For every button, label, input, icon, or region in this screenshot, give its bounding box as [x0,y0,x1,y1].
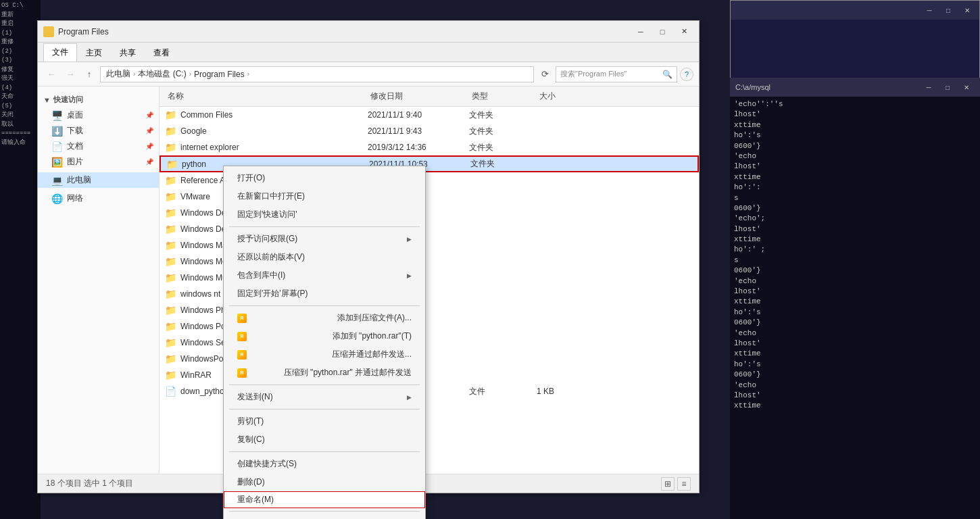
menu-item-open[interactable]: 打开(O) [224,169,425,187]
menu-item-copy[interactable]: 复制(C) [224,430,425,449]
forward-button[interactable]: → [62,66,78,82]
file-row[interactable]: 📁 Google 2021/11/1 9:43 文件夹 [160,123,699,139]
quick-access-section: ▼ 快速访问 🖥️ 桌面 📌 ⬇️ 下载 📌 📄 文档 📌 [38,92,159,170]
back-button[interactable]: ← [43,66,59,82]
help-button[interactable]: ? [680,68,693,81]
folder-icon: 📁 [165,305,176,316]
sidebar-item-downloads[interactable]: ⬇️ 下载 📌 [38,123,159,139]
sidebar-item-desktop[interactable]: 🖥️ 桌面 📌 [38,107,159,123]
up-button[interactable]: ↑ [81,66,97,82]
file-name-cell: 📁 Common Files [165,109,368,120]
folder-icon: 📁 [165,353,176,364]
rar-icon-1: R [237,314,247,323]
sidebar: ▼ 快速访问 🖥️ 桌面 📌 ⬇️ 下载 📌 📄 文档 📌 [38,86,160,474]
grid-view-button[interactable]: ⊞ [661,477,675,491]
folder-icon: 📁 [165,240,176,251]
address-bar: ← → ↑ 此电脑 › 本地磁盘 (C:) › Program Files › … [38,62,699,86]
refresh-button[interactable]: ⟳ [537,66,553,82]
second-minimize-button[interactable]: ─ [921,4,937,16]
tab-share[interactable]: 共享 [111,44,145,61]
quick-access-header[interactable]: ▼ 快速访问 [38,92,159,107]
cmd-line: lhost' [734,109,976,120]
path-sep-3: › [247,70,249,78]
menu-item-cut[interactable]: 剪切(T) [224,412,425,430]
menu-item-send-to[interactable]: 发送到(N) [224,388,425,406]
file-name: windows nt [180,289,220,299]
maximize-button[interactable]: □ [653,25,672,39]
file-name-python: python [182,159,206,169]
menu-item-add-python-rar[interactable]: R 添加到 "python.rar"(T) [224,327,425,345]
file-row[interactable]: 📁 Common Files 2021/11/1 9:40 文件夹 [160,107,699,123]
menu-item-add-archive[interactable]: R 添加到压缩文件(A)... [224,309,425,327]
menu-item-pin-start[interactable]: 固定到'开始'屏幕(P) [224,285,425,303]
pin-icon-downloads: 📌 [145,127,153,134]
col-date[interactable]: 修改日期 [368,89,469,103]
second-maximize-button[interactable]: □ [940,4,956,16]
cmd-line: ho':' ; [734,245,976,255]
cmd-line: xttime [734,120,976,130]
file-date: 2021/11/1 9:43 [368,126,469,136]
cmd-close-button[interactable]: ✕ [958,81,975,93]
close-button[interactable]: ✕ [675,25,693,39]
cmd-line: xttime [734,234,976,245]
search-icon: 🔍 [662,70,672,79]
menu-item-pin-quick-access[interactable]: 固定到'快速访问' [224,205,425,224]
ribbon-tabs: 文件 主页 共享 查看 [38,43,699,61]
list-view-button[interactable]: ≡ [677,477,691,491]
path-sep-2: › [189,70,191,78]
status-text: 18 个项目 选中 1 个项目 [46,478,133,489]
cmd-line: 0600'} [734,318,976,328]
tab-file[interactable]: 文件 [43,43,77,61]
address-path[interactable]: 此电脑 › 本地磁盘 (C:) › Program Files › [100,66,534,82]
tab-home[interactable]: 主页 [77,44,111,61]
file-row[interactable]: 📁 internet explorer 2019/3/12 14:36 文件夹 [160,139,699,155]
second-close-button[interactable]: ✕ [959,4,975,16]
file-name-cell: 📁 internet explorer [165,142,368,153]
col-size[interactable]: 大小 [537,89,591,103]
minimize-button[interactable]: ─ [631,25,650,39]
cmd-line: ho':': [734,182,976,193]
file-doc-icon: 📄 [165,386,176,397]
cmd-line: 0600'} [734,141,976,151]
col-type[interactable]: 类型 [469,89,537,103]
search-box[interactable]: 搜索"Program Files" 🔍 [556,66,677,82]
cmd-maximize-button[interactable]: □ [939,81,956,93]
cmd-line: ho':'s [734,130,976,141]
title-controls: ─ □ ✕ [631,25,693,39]
menu-item-properties[interactable]: 属性(R) [224,514,425,519]
menu-item-create-shortcut[interactable]: 创建快捷方式(S) [224,455,425,473]
network-icon: 🌐 [51,193,63,204]
cmd-line: xttime [734,401,976,411]
menu-item-open-new-window[interactable]: 在新窗口中打开(E) [224,187,425,205]
cmd-minimize-button[interactable]: ─ [921,81,937,93]
cmd-controls: ─ □ ✕ [921,81,975,93]
menu-item-delete[interactable]: 删除(D) [224,473,425,491]
network-section: 🌐 网络 [38,191,159,206]
menu-item-rename[interactable]: 重命名(M) [224,491,425,508]
cmd-line: lhost' [734,391,976,401]
folder-icon: 📁 [165,289,176,299]
file-size: 1 KB [537,387,591,396]
menu-item-restore-versions[interactable]: 还原以前的版本(V) [224,248,425,266]
this-pc-section: 💻 此电脑 [38,172,159,188]
menu-item-grant-access[interactable]: 授予访问权限(G) [224,230,425,248]
folder-title-icon [43,26,54,37]
sidebar-item-this-pc[interactable]: 💻 此电脑 [38,172,159,188]
tab-view[interactable]: 查看 [145,44,178,61]
chevron-icon: ▼ [43,96,51,104]
sidebar-item-pictures[interactable]: 🖼️ 图片 📌 [38,154,159,170]
file-type: 文件 [469,386,537,397]
col-name[interactable]: 名称 [165,89,368,103]
menu-separator-1 [229,226,420,227]
sidebar-item-docs[interactable]: 📄 文档 📌 [38,139,159,154]
menu-separator-6 [229,511,420,512]
this-pc-icon: 💻 [51,175,63,186]
folder-icon: 📁 [165,109,176,120]
cmd-line: 'echo [734,328,976,339]
sidebar-item-network[interactable]: 🌐 网络 [38,191,159,206]
menu-item-include-library[interactable]: 包含到库中(I) [224,266,425,285]
menu-item-compress-python-rar-email[interactable]: R 压缩到 "python.rar" 并通过邮件发送 [224,364,425,382]
cmd-title-text: C:\a/mysql [735,83,770,91]
cmd-line: xttime [734,297,976,307]
menu-item-compress-email[interactable]: R 压缩并通过邮件发送... [224,345,425,364]
